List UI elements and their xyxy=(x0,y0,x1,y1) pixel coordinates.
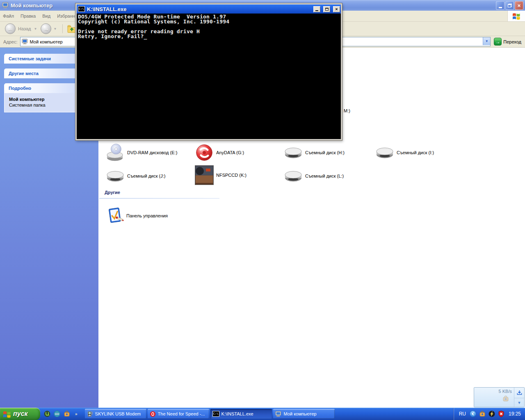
download-speed-widget[interactable]: 5 KB/s ▼ xyxy=(474,387,525,407)
my-computer-icon xyxy=(275,411,282,417)
speed-widget-buttons: ▼ xyxy=(514,388,524,407)
language-indicator[interactable]: RU xyxy=(459,411,466,417)
windows-flag-icon xyxy=(3,410,11,418)
download-basket-button[interactable] xyxy=(514,388,524,398)
removable-drive-icon xyxy=(284,143,303,162)
collapse-widget-button[interactable]: ▼ xyxy=(514,398,524,407)
toolbar-separator xyxy=(62,24,63,33)
taskbar-item-skylink[interactable]: SKYLINK USB Modem xyxy=(85,409,146,419)
console-line: Copyright (c) Rational Systems, Inc. 199… xyxy=(78,19,341,24)
address-value: Мой компьютер xyxy=(30,39,63,44)
minimize-button[interactable] xyxy=(496,1,504,10)
console-window: C:\ K:\INSTALL.exe × DOS/4GW Protected M… xyxy=(75,3,342,140)
photo-thumbnail-icon xyxy=(195,166,214,185)
back-label: Назад xyxy=(18,26,31,31)
forward-button[interactable]: → xyxy=(41,23,51,34)
removable-drive-icon xyxy=(375,143,394,162)
go-button[interactable]: → Переход xyxy=(493,38,524,46)
security-shield-icon[interactable] xyxy=(498,411,504,417)
windows-logo-icon xyxy=(507,11,525,21)
drive-item-h[interactable]: Съемный диск (H:) xyxy=(284,143,345,162)
go-label: Переход xyxy=(503,39,521,44)
go-arrow-icon: → xyxy=(494,38,502,46)
opera-icon xyxy=(150,411,156,417)
kbs-icon[interactable] xyxy=(54,411,60,417)
taskbar-item-my-computer[interactable]: Мой компьютер xyxy=(273,409,335,419)
forward-dropdown-icon[interactable]: ▼ xyxy=(53,27,57,31)
my-computer-icon xyxy=(22,39,28,45)
other-group-header: Другие xyxy=(105,190,120,195)
drive-item-l[interactable]: Съемный диск (L:) xyxy=(284,166,344,186)
start-button[interactable]: пуск xyxy=(0,408,40,420)
dos-console-icon: C:\ xyxy=(78,6,85,12)
drive-item-g[interactable]: AnyDATA (G:) xyxy=(195,143,244,162)
desktop: Мой компьютер × Файл Правка Вид Избранно… xyxy=(0,0,525,420)
speed-widget-body: 5 KB/s xyxy=(474,388,514,407)
dvd-drive-icon xyxy=(106,143,125,162)
drive-item-e[interactable]: DVD-RAM дисковод (E:) xyxy=(106,143,177,162)
download-manager-icon[interactable] xyxy=(479,411,486,417)
drive-item-k[interactable]: NFSPCCD (K:) xyxy=(195,165,247,185)
quick-launch-overflow-chevron[interactable]: » xyxy=(75,412,77,416)
lightning-icon[interactable] xyxy=(488,411,495,417)
console-close-button[interactable]: × xyxy=(333,6,340,12)
console-minimize-button[interactable] xyxy=(313,6,320,12)
quick-launch: » xyxy=(40,411,80,417)
address-dropdown-button[interactable]: ▼ xyxy=(483,37,490,45)
taskbar: пуск » SKYLINK USB Modem The Need for Sp… xyxy=(0,408,525,420)
dos-console-icon: C:\ xyxy=(212,411,219,417)
drive-item-j[interactable]: Съемный диск (J:) xyxy=(106,166,166,186)
console-maximize-button[interactable] xyxy=(323,6,330,12)
menu-view[interactable]: Вид xyxy=(42,14,50,18)
modem-phone-icon xyxy=(87,411,93,417)
control-panel-item[interactable]: Панель управления xyxy=(107,206,168,226)
control-panel-icon xyxy=(107,207,124,225)
close-button[interactable]: × xyxy=(515,1,523,10)
system-tray: RU 19:25 xyxy=(454,408,525,420)
removable-drive-icon xyxy=(284,167,303,185)
address-label: Адрес: xyxy=(3,39,18,44)
drive-item-i[interactable]: Съемный диск (I:) xyxy=(375,143,434,162)
group-separator-line xyxy=(99,198,219,199)
clock[interactable]: 19:25 xyxy=(509,411,521,417)
download-speed-value: 5 KB/s xyxy=(499,389,512,394)
red-disc-icon xyxy=(195,143,214,162)
menu-edit[interactable]: Правка xyxy=(21,14,36,18)
my-computer-icon xyxy=(2,2,9,9)
back-dropdown-icon[interactable]: ▼ xyxy=(34,27,37,31)
console-line: Retry, Ignore, Fail?_ xyxy=(78,34,341,39)
menu-file[interactable]: Файл xyxy=(3,14,14,18)
download-manager-icon[interactable] xyxy=(64,411,70,417)
taskbar-item-need-for-speed[interactable]: The Need for Speed -... xyxy=(148,409,209,419)
hidden-drive-label[interactable]: M:) xyxy=(344,108,350,113)
restore-button[interactable] xyxy=(505,1,514,10)
removable-drive-icon xyxy=(106,167,125,185)
console-title: K:\INSTALL.exe xyxy=(87,6,310,12)
console-titlebar[interactable]: C:\ K:\INSTALL.exe × xyxy=(77,5,341,14)
download-manager-icon xyxy=(502,395,509,402)
utorrent-icon[interactable] xyxy=(44,411,50,417)
console-output: DOS/4GW Protected Mode Run-time Version … xyxy=(77,14,341,139)
taskbar-item-install-exe[interactable]: C:\ K:\INSTALL.exe xyxy=(210,409,272,419)
task-buttons: SKYLINK USB Modem The Need for Speed -..… xyxy=(85,409,335,419)
back-button[interactable]: ← xyxy=(5,23,16,34)
hide-icons-chevron-icon[interactable] xyxy=(470,411,476,417)
